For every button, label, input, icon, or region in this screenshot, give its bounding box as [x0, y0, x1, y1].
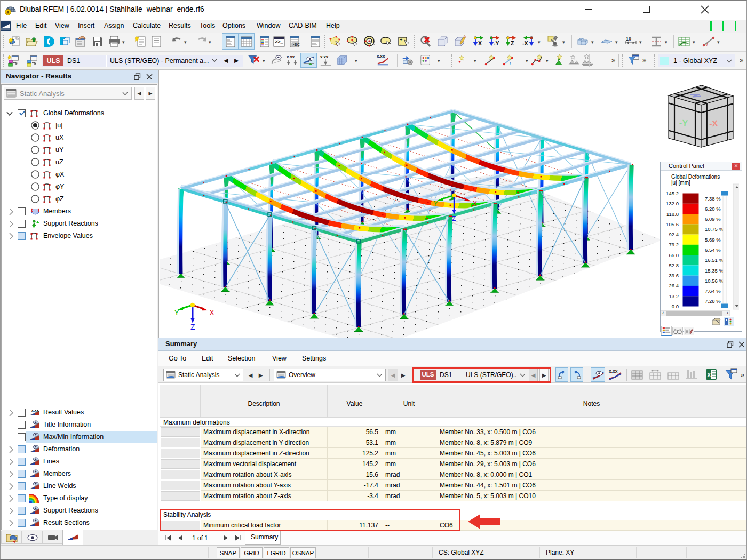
- svg-text:X: X: [707, 372, 711, 378]
- svg-text:6.09 %: 6.09 %: [705, 216, 721, 222]
- svg-text:6: 6: [6, 10, 9, 15]
- svg-text:66.0: 66.0: [669, 252, 679, 258]
- svg-text:x.xx: x.xx: [377, 54, 385, 59]
- svg-text:Z: Z: [511, 40, 514, 46]
- svg-text:39.6: 39.6: [669, 273, 679, 278]
- svg-text:6.20 %: 6.20 %: [705, 206, 721, 212]
- svg-text:5.69 %: 5.69 %: [705, 237, 721, 243]
- svg-text:105.6: 105.6: [666, 221, 679, 227]
- svg-text:92.4: 92.4: [669, 231, 679, 237]
- svg-text:Z: Z: [452, 215, 456, 222]
- svg-text:Y: Y: [434, 200, 438, 207]
- svg-text:10: 10: [626, 36, 631, 42]
- svg-text:7.28 %: 7.28 %: [705, 298, 721, 304]
- svg-text:10.56 %: 10.56 %: [705, 278, 724, 284]
- svg-text:132.0: 132.0: [666, 201, 679, 206]
- svg-text:-X: -X: [522, 40, 528, 46]
- svg-text:>>_: >>_: [275, 39, 284, 44]
- svg-text:x.xx: x.xx: [609, 369, 618, 374]
- svg-text:x.xx: x.xx: [287, 54, 295, 59]
- svg-text:6.54 %: 6.54 %: [705, 247, 721, 253]
- svg-text:26.4: 26.4: [669, 283, 679, 289]
- svg-text:13.2: 13.2: [669, 293, 679, 299]
- svg-text:X: X: [473, 200, 477, 207]
- svg-text:118.8: 118.8: [666, 211, 679, 217]
- svg-text:10.75 %: 10.75 %: [705, 226, 724, 232]
- svg-text:79.2: 79.2: [669, 242, 679, 247]
- svg-text:x.xx: x.xx: [31, 409, 39, 412]
- svg-text:16.51 %: 16.51 %: [705, 257, 724, 263]
- svg-text:X: X: [209, 308, 214, 317]
- svg-text:I: I: [510, 61, 511, 66]
- svg-text:>SC: >SC: [292, 42, 300, 47]
- svg-text:-Y: -Y: [494, 40, 499, 46]
- svg-text:-: -: [400, 41, 402, 46]
- svg-text:Z: Z: [190, 323, 195, 331]
- svg-text:0.0: 0.0: [672, 303, 679, 309]
- svg-text:15.35 %: 15.35 %: [705, 268, 724, 274]
- svg-text:x.xx: x.xx: [320, 54, 329, 59]
- svg-text:X: X: [478, 40, 482, 46]
- svg-text:7.38 %: 7.38 %: [705, 196, 721, 202]
- svg-text:Y: Y: [174, 308, 180, 317]
- svg-text:7.64 %: 7.64 %: [705, 288, 721, 294]
- svg-text:145.2: 145.2: [666, 190, 679, 196]
- svg-text:52.8: 52.8: [669, 262, 679, 268]
